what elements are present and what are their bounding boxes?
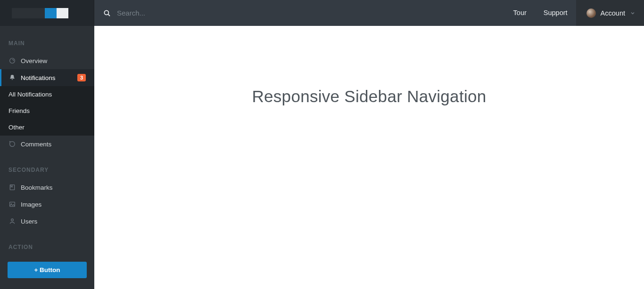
svg-rect-2 <box>10 202 15 206</box>
account-label: Account <box>601 9 625 17</box>
search-input[interactable] <box>117 9 258 17</box>
sidebar-item-users[interactable]: Users <box>0 213 94 230</box>
sidebar-item-notifications[interactable]: Notifications 3 <box>0 69 94 86</box>
submenu-item-all-notifications[interactable]: All Notifications <box>0 86 94 103</box>
notifications-submenu: All Notifications Friends Other <box>0 86 94 136</box>
sidebar-item-label: Overview <box>21 57 86 64</box>
sidebar: MAIN Overview Notifications 3 All Notifi… <box>0 0 94 289</box>
overview-icon <box>8 57 16 64</box>
nav-support[interactable]: Support <box>535 0 576 26</box>
sidebar-item-label: Images <box>21 201 86 208</box>
sidebar-item-label: Notifications <box>21 74 77 81</box>
comment-icon <box>8 140 16 148</box>
nav-tour[interactable]: Tour <box>505 0 535 26</box>
bell-icon <box>8 74 16 81</box>
chevron-down-icon <box>630 10 636 16</box>
svg-line-6 <box>108 14 110 16</box>
logo-segment <box>45 8 57 18</box>
bookmark-icon <box>8 184 16 191</box>
logo-segment <box>12 8 45 18</box>
account-menu[interactable]: Account <box>576 0 644 26</box>
section-title-action: ACTION <box>0 230 94 256</box>
page-title: Responsive Sidebar Navigation <box>252 87 486 289</box>
sidebar-item-comments[interactable]: Comments <box>0 136 94 153</box>
content: Responsive Sidebar Navigation <box>94 26 644 289</box>
sidebar-item-bookmarks[interactable]: Bookmarks <box>0 179 94 196</box>
svg-point-4 <box>11 219 14 221</box>
submenu-item-friends[interactable]: Friends <box>0 103 94 119</box>
section-title-main: MAIN <box>0 26 94 52</box>
svg-point-0 <box>10 58 15 64</box>
search <box>94 9 505 17</box>
section-title-secondary: SECONDARY <box>0 153 94 179</box>
sidebar-item-label: Bookmarks <box>21 184 86 191</box>
sidebar-item-images[interactable]: Images <box>0 196 94 213</box>
topbar: Tour Support Account <box>94 0 644 26</box>
sidebar-item-label: Comments <box>21 141 86 148</box>
logo-segment <box>57 8 68 18</box>
avatar <box>586 8 596 18</box>
sidebar-item-overview[interactable]: Overview <box>0 52 94 69</box>
action-button[interactable]: + Button <box>8 262 87 278</box>
image-icon <box>8 201 16 208</box>
count-badge: 3 <box>77 74 86 81</box>
user-icon <box>8 217 16 225</box>
sidebar-item-label: Users <box>21 218 86 225</box>
submenu-item-other[interactable]: Other <box>0 119 94 136</box>
search-icon <box>103 9 111 17</box>
logo[interactable] <box>0 0 94 26</box>
svg-point-5 <box>104 10 108 15</box>
